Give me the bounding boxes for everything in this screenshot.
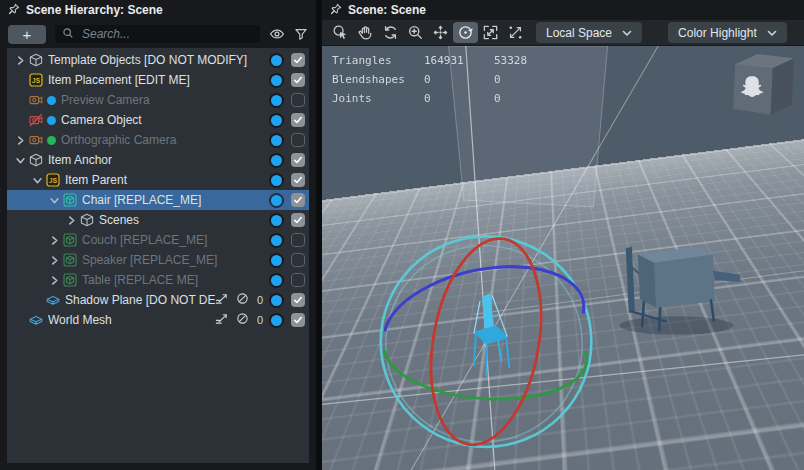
rotate-tool[interactable]: [453, 22, 478, 43]
enabled-checkbox[interactable]: [291, 93, 305, 107]
tree-row[interactable]: Shadow Plane [DO NOT DEL0: [7, 290, 309, 310]
visibility-eye-icon[interactable]: [269, 26, 285, 42]
camera-disabled-icon: [28, 113, 43, 127]
tree-item-label: Item Placement [EDIT ME]: [48, 73, 271, 87]
couch-model[interactable]: [620, 246, 740, 334]
collapse-arrow-icon[interactable]: [13, 156, 28, 165]
tree-row[interactable]: JSItem Parent: [7, 170, 309, 190]
expand-arrow-icon[interactable]: [47, 276, 62, 285]
enabled-checkbox[interactable]: [291, 293, 305, 307]
status-dot-blue: [47, 116, 56, 125]
zoom-tool[interactable]: [403, 22, 428, 43]
search-input[interactable]: [80, 26, 253, 42]
tree-row[interactable]: Item Anchor: [7, 150, 309, 170]
tree-row[interactable]: Chair [REPLACE_ME]: [7, 190, 309, 210]
render-order-icon[interactable]: [215, 291, 228, 309]
tree-row[interactable]: Orthographic Camera: [7, 130, 309, 150]
visibility-dot[interactable]: [271, 135, 282, 146]
tree-row[interactable]: Couch [REPLACE_ME]: [7, 230, 309, 250]
pan-tool[interactable]: [353, 22, 378, 43]
move-tool[interactable]: [428, 22, 453, 43]
scene-viewport-panel: Scene: Scene Local Space Color Highlight: [322, 0, 804, 470]
visibility-dot[interactable]: [271, 255, 282, 266]
tree-row[interactable]: Template Objects [DO NOT MODIFY]: [7, 50, 309, 70]
svg-text:JS: JS: [49, 177, 58, 184]
stat-value-2: 53328: [494, 54, 527, 67]
stats-row: Blendshapes00: [332, 73, 527, 86]
orbit-tool[interactable]: [378, 22, 403, 43]
tree-item-label: Couch [REPLACE_ME]: [82, 233, 271, 247]
disable-occlusion-icon[interactable]: [236, 291, 249, 309]
visibility-dot[interactable]: [271, 215, 282, 226]
panel-title: Scene: Scene: [348, 3, 426, 17]
status-dot-blue: [47, 96, 56, 105]
visibility-dot[interactable]: [271, 95, 282, 106]
tree-row[interactable]: Speaker [REPLACE_ME]: [7, 250, 309, 270]
enabled-checkbox[interactable]: [291, 233, 305, 247]
scene-object-icon: [28, 53, 43, 67]
render-mesh-icon: [28, 313, 43, 327]
enabled-checkbox[interactable]: [291, 153, 305, 167]
search-box[interactable]: [55, 25, 260, 43]
visibility-dot[interactable]: [271, 75, 282, 86]
tree-row[interactable]: World Mesh0: [7, 310, 309, 330]
space-mode-dropdown[interactable]: Local Space: [536, 22, 642, 43]
disable-occlusion-icon[interactable]: [236, 311, 249, 329]
visibility-dot[interactable]: [271, 115, 282, 126]
viewport-3d[interactable]: Triangles16493153328Blendshapes00Joints0…: [322, 46, 804, 470]
select-tool[interactable]: [328, 22, 353, 43]
enabled-checkbox[interactable]: [291, 253, 305, 267]
stats-row: Triangles16493153328: [332, 54, 527, 67]
tree-row[interactable]: Scenes: [7, 210, 309, 230]
enabled-checkbox[interactable]: [291, 193, 305, 207]
scene-object-icon: [79, 213, 94, 227]
expand-arrow-icon[interactable]: [13, 56, 28, 65]
render-order-icon[interactable]: [215, 311, 228, 329]
filter-funnel-icon[interactable]: [294, 27, 308, 41]
enabled-checkbox[interactable]: [291, 133, 305, 147]
expand-arrow-icon[interactable]: [47, 236, 62, 245]
visibility-dot[interactable]: [271, 295, 282, 306]
visibility-dot[interactable]: [271, 155, 282, 166]
visibility-dot[interactable]: [271, 195, 282, 206]
tree-row[interactable]: Table [REPLACE ME]: [7, 270, 309, 290]
viewport-toolbar: Local Space Color Highlight: [322, 20, 804, 46]
tree-row[interactable]: Preview Camera: [7, 90, 309, 110]
expand-arrow-icon[interactable]: [64, 216, 79, 225]
enabled-checkbox[interactable]: [291, 213, 305, 227]
js-script-icon: JS: [45, 173, 60, 187]
collapse-arrow-icon[interactable]: [47, 196, 62, 205]
enabled-checkbox[interactable]: [291, 113, 305, 127]
visibility-dot[interactable]: [271, 315, 282, 326]
status-dot-green: [47, 136, 56, 145]
tree-row[interactable]: Camera Object: [7, 110, 309, 130]
expand-arrow-icon[interactable]: [47, 256, 62, 265]
chevron-down-icon: [767, 26, 777, 40]
scene-hierarchy-header: Scene Hierarchy: Scene: [0, 0, 316, 20]
visibility-dot[interactable]: [271, 175, 282, 186]
mesh-icon: [62, 273, 77, 287]
stat-value-1: 164931: [424, 54, 494, 67]
transform-tool[interactable]: [503, 22, 528, 43]
hierarchy-toolbar: +: [0, 20, 316, 48]
visibility-dot[interactable]: [271, 55, 282, 66]
stat-label: Triangles: [332, 54, 424, 67]
visibility-dot[interactable]: [271, 235, 282, 246]
tree-row[interactable]: JSItem Placement [EDIT ME]: [7, 70, 309, 90]
highlight-mode-dropdown[interactable]: Color Highlight: [668, 22, 787, 43]
scale-tool[interactable]: [478, 22, 503, 43]
camera-icon: [28, 133, 43, 147]
add-object-button[interactable]: +: [8, 25, 46, 44]
visibility-dot[interactable]: [271, 275, 282, 286]
tree-item-label: Speaker [REPLACE_ME]: [82, 253, 271, 267]
stat-value-1: 0: [424, 73, 494, 86]
chair-model[interactable]: [474, 293, 509, 376]
enabled-checkbox[interactable]: [291, 313, 305, 327]
expand-arrow-icon[interactable]: [13, 136, 28, 145]
enabled-checkbox[interactable]: [291, 173, 305, 187]
enabled-checkbox[interactable]: [291, 73, 305, 87]
collapse-arrow-icon[interactable]: [30, 176, 45, 185]
enabled-checkbox[interactable]: [291, 273, 305, 287]
tree-item-label: Scenes: [99, 213, 271, 227]
enabled-checkbox[interactable]: [291, 53, 305, 67]
